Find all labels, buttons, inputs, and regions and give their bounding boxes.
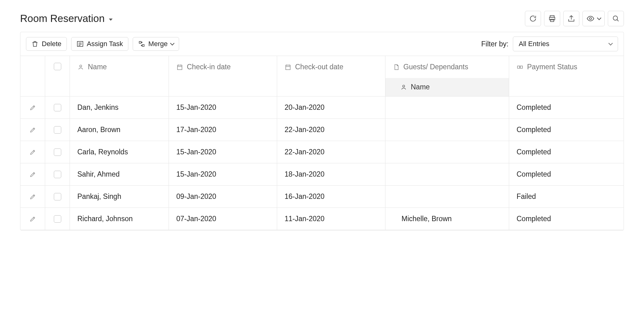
user-icon xyxy=(77,64,84,71)
table-row[interactable]: Aaron, Brown 17-Jan-2020 22-Jan-2020 Com… xyxy=(20,119,624,141)
name-cell: Pankaj, Singh xyxy=(70,186,169,208)
header-actions xyxy=(525,11,624,26)
checkin-cell: 09-Jan-2020 xyxy=(169,186,277,208)
pencil-icon xyxy=(29,104,36,111)
calendar-icon xyxy=(285,64,291,71)
edit-cell[interactable] xyxy=(20,163,45,185)
svg-rect-2 xyxy=(551,19,554,22)
column-checkin[interactable]: Check-in date xyxy=(169,56,277,78)
caret-down-icon xyxy=(109,19,113,21)
field-icon xyxy=(517,64,523,71)
row-checkbox[interactable] xyxy=(54,148,61,156)
column-guests[interactable]: Guests/ Dependants xyxy=(385,56,509,78)
payment-cell: Completed xyxy=(509,141,624,163)
edit-cell[interactable] xyxy=(20,119,45,141)
name-cell: Sahir, Ahmed xyxy=(70,163,169,185)
name-cell: Richard, Johnson xyxy=(70,208,169,230)
payment-cell: Failed xyxy=(509,186,624,208)
checkout-cell: 16-Jan-2020 xyxy=(277,186,385,208)
svg-point-10 xyxy=(80,65,82,67)
share-icon xyxy=(567,15,575,23)
row-checkbox[interactable] xyxy=(54,104,61,111)
edit-cell[interactable] xyxy=(20,96,45,118)
main-panel: Delete Assign Task Merge Filter by: All … xyxy=(20,32,624,230)
search-button[interactable] xyxy=(608,11,624,26)
header-select-all xyxy=(45,56,70,77)
checkout-cell: 22-Jan-2020 xyxy=(277,141,385,163)
refresh-button[interactable] xyxy=(525,11,541,26)
assign-task-button[interactable]: Assign Task xyxy=(71,37,128,51)
payment-cell: Completed xyxy=(509,163,624,185)
svg-rect-20 xyxy=(517,66,520,68)
svg-line-5 xyxy=(617,19,618,21)
table-row[interactable]: Carla, Reynolds 15-Jan-2020 22-Jan-2020 … xyxy=(20,141,624,163)
row-checkbox[interactable] xyxy=(54,171,61,178)
refresh-icon xyxy=(529,15,537,23)
column-guests-name[interactable]: Name xyxy=(385,78,509,96)
merge-label: Merge xyxy=(148,40,168,48)
filter-label: Filter by: xyxy=(481,40,509,48)
svg-point-4 xyxy=(613,16,617,20)
checkin-cell: 07-Jan-2020 xyxy=(169,208,277,230)
edit-cell[interactable] xyxy=(20,141,45,163)
name-cell: Dan, Jenkins xyxy=(70,96,169,118)
edit-cell[interactable] xyxy=(20,186,45,208)
column-checkout[interactable]: Check-out date xyxy=(277,56,385,78)
checkin-cell: 17-Jan-2020 xyxy=(169,119,277,141)
header-edit xyxy=(20,56,45,70)
checkin-cell: 15-Jan-2020 xyxy=(169,96,277,118)
calendar-icon xyxy=(176,64,183,71)
table-row[interactable]: Richard, Johnson 07-Jan-2020 11-Jan-2020… xyxy=(20,208,624,230)
table-row[interactable]: Dan, Jenkins 15-Jan-2020 20-Jan-2020 Com… xyxy=(20,96,624,119)
pencil-icon xyxy=(29,171,36,178)
checkout-cell: 20-Jan-2020 xyxy=(277,96,385,118)
print-icon xyxy=(548,15,556,23)
guest-cell xyxy=(385,141,509,163)
filter-value: All Entries xyxy=(519,40,549,48)
svg-rect-21 xyxy=(520,66,522,68)
page-title: Room Reservation xyxy=(20,13,105,24)
eye-icon xyxy=(586,15,595,23)
svg-rect-15 xyxy=(286,65,290,70)
toolbar-left: Delete Assign Task Merge xyxy=(26,37,179,51)
edit-cell[interactable] xyxy=(20,208,45,230)
select-all-checkbox[interactable] xyxy=(54,63,61,70)
table-row[interactable]: Pankaj, Singh 09-Jan-2020 16-Jan-2020 Fa… xyxy=(20,186,624,208)
checkbox-cell xyxy=(45,119,70,141)
guest-cell xyxy=(385,163,509,185)
table-row[interactable]: Sahir, Ahmed 15-Jan-2020 18-Jan-2020 Com… xyxy=(20,163,624,186)
filter-select[interactable]: All Entries xyxy=(513,36,618,51)
chevron-down-icon xyxy=(597,16,601,20)
checkout-cell: 11-Jan-2020 xyxy=(277,208,385,230)
title-dropdown[interactable]: Room Reservation xyxy=(20,13,113,24)
view-options-button[interactable] xyxy=(582,11,605,26)
pencil-icon xyxy=(29,216,36,222)
pencil-icon xyxy=(29,126,36,133)
row-checkbox[interactable] xyxy=(54,215,61,223)
checkin-cell: 15-Jan-2020 xyxy=(169,163,277,185)
column-payment[interactable]: Payment Status xyxy=(509,56,624,78)
delete-label: Delete xyxy=(42,40,62,48)
table-header-row: Name Check-in date Check-out date Guests… xyxy=(20,56,624,96)
row-checkbox[interactable] xyxy=(54,193,61,200)
checkin-cell: 15-Jan-2020 xyxy=(169,141,277,163)
svg-point-3 xyxy=(590,18,592,20)
list-icon xyxy=(76,40,84,48)
row-checkbox[interactable] xyxy=(54,126,61,134)
trash-icon xyxy=(31,40,39,48)
assign-label: Assign Task xyxy=(87,40,123,48)
pencil-icon xyxy=(29,193,36,200)
checkbox-cell xyxy=(45,163,70,185)
document-icon xyxy=(393,64,400,71)
name-cell: Carla, Reynolds xyxy=(70,141,169,163)
guest-cell xyxy=(385,96,509,118)
delete-button[interactable]: Delete xyxy=(26,37,67,51)
page-header: Room Reservation xyxy=(20,11,624,26)
chevron-down-icon xyxy=(170,41,174,45)
print-button[interactable] xyxy=(544,11,560,26)
checkbox-cell xyxy=(45,96,70,118)
merge-button[interactable]: Merge xyxy=(133,37,179,51)
svg-point-19 xyxy=(403,85,405,87)
share-button[interactable] xyxy=(563,11,579,26)
column-name[interactable]: Name xyxy=(70,56,169,78)
